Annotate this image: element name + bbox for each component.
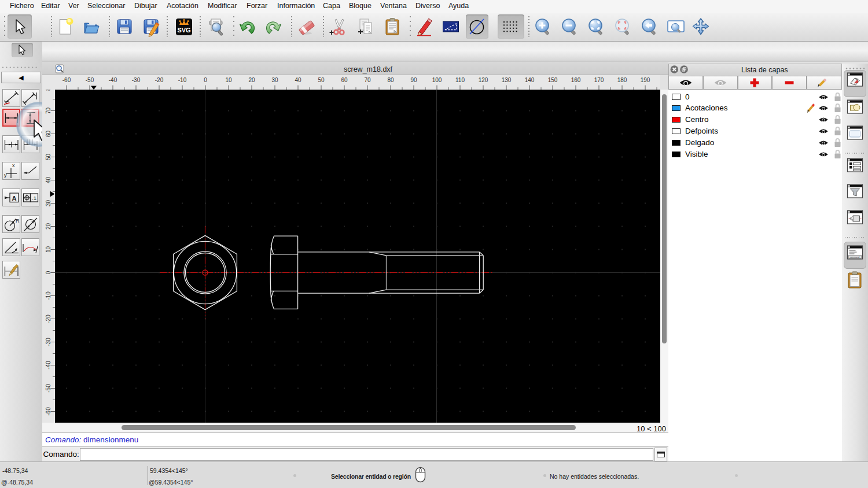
svg-text:60: 60: [341, 77, 348, 83]
svg-text:140: 140: [525, 77, 535, 83]
svg-text:50: 50: [45, 154, 52, 161]
svg-text:20: 20: [45, 223, 52, 230]
svg-text:-10: -10: [178, 77, 187, 83]
svg-text:90: 90: [410, 77, 417, 83]
svg-text:80: 80: [387, 77, 394, 83]
svg-text:10: 10: [45, 246, 52, 253]
svg-text:40: 40: [295, 77, 301, 83]
svg-text:-40: -40: [45, 361, 52, 369]
svg-text:10: 10: [225, 77, 232, 83]
svg-text:60: 60: [45, 131, 52, 138]
svg-text:120: 120: [479, 77, 488, 83]
svg-text:190: 190: [641, 77, 650, 83]
svg-text:130: 130: [502, 77, 512, 83]
svg-text:70: 70: [45, 108, 52, 114]
svg-text:x: x: [12, 162, 15, 168]
svg-text:0: 0: [204, 77, 207, 83]
svg-text:SVG: SVG: [177, 27, 190, 34]
svg-text:-40: -40: [109, 77, 117, 83]
svg-text:40: 40: [45, 177, 52, 184]
svg-text:-10: -10: [45, 291, 52, 300]
svg-text:30: 30: [45, 200, 52, 207]
svg-text:160: 160: [571, 77, 581, 83]
svg-text:70: 70: [364, 77, 371, 83]
svg-text:-50: -50: [86, 77, 94, 83]
svg-text:50: 50: [318, 77, 325, 83]
svg-text:-20: -20: [155, 77, 164, 83]
svg-text:110: 110: [455, 77, 465, 83]
svg-text:-60: -60: [62, 77, 71, 83]
svg-text:30: 30: [271, 77, 278, 83]
svg-text:-20: -20: [45, 315, 52, 323]
svg-text:0: 0: [45, 271, 52, 274]
svg-text:-60: -60: [45, 407, 52, 416]
svg-text:170: 170: [594, 77, 604, 83]
svg-text:A: A: [12, 195, 17, 202]
svg-text:-50: -50: [45, 384, 52, 393]
svg-text:20: 20: [248, 77, 255, 83]
svg-text:150: 150: [548, 77, 558, 83]
svg-text:-30: -30: [45, 338, 52, 346]
svg-text:80: 80: [45, 90, 52, 91]
svg-text:R: R: [16, 218, 20, 224]
svg-text:180: 180: [617, 77, 627, 83]
svg-text:-30: -30: [132, 77, 141, 83]
svg-text:100: 100: [432, 77, 442, 83]
svg-text:.1: .1: [32, 195, 36, 201]
svg-text:command: command: [850, 256, 860, 258]
